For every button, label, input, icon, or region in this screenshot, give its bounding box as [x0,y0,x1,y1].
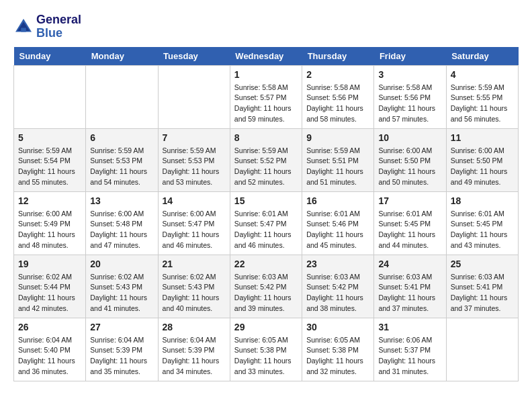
day-number: 23 [306,259,369,269]
calendar-cell: 7Sunrise: 5:59 AMSunset: 5:53 PMDaylight… [158,128,230,191]
logo: General Blue [13,13,81,40]
day-info: Sunrise: 6:05 AMSunset: 5:38 PMDaylight:… [234,335,298,377]
day-info: Sunrise: 5:58 AMSunset: 5:56 PMDaylight:… [378,83,441,125]
day-info: Sunrise: 6:02 AMSunset: 5:43 PMDaylight:… [163,272,226,314]
weekday-header-sunday: Sunday [14,47,86,66]
calendar-cell: 26Sunrise: 6:04 AMSunset: 5:40 PMDayligh… [14,318,86,381]
day-number: 8 [234,132,298,143]
weekday-header-saturday: Saturday [446,47,518,66]
day-info: Sunrise: 5:59 AMSunset: 5:55 PMDaylight:… [451,83,514,125]
day-number: 22 [234,259,298,269]
day-number: 15 [234,195,298,206]
day-info: Sunrise: 5:59 AMSunset: 5:53 PMDaylight:… [163,146,226,188]
calendar-cell: 27Sunrise: 6:04 AMSunset: 5:39 PMDayligh… [86,318,158,381]
day-info: Sunrise: 6:04 AMSunset: 5:40 PMDaylight:… [18,335,81,377]
day-info: Sunrise: 6:05 AMSunset: 5:38 PMDaylight:… [306,335,369,377]
day-number: 17 [378,195,441,206]
calendar-cell: 9Sunrise: 5:59 AMSunset: 5:51 PMDaylight… [302,128,374,191]
day-info: Sunrise: 6:02 AMSunset: 5:43 PMDaylight:… [90,272,153,314]
page-header: General Blue [13,13,519,40]
weekday-header-wednesday: Wednesday [230,47,302,66]
day-info: Sunrise: 6:00 AMSunset: 5:50 PMDaylight:… [451,146,514,188]
svg-rect-2 [21,28,26,32]
calendar-cell: 19Sunrise: 6:02 AMSunset: 5:44 PMDayligh… [14,255,86,318]
day-info: Sunrise: 5:58 AMSunset: 5:57 PMDaylight:… [234,83,298,125]
day-number: 13 [90,195,153,206]
day-number: 25 [451,259,514,269]
day-info: Sunrise: 6:04 AMSunset: 5:39 PMDaylight:… [163,335,226,377]
weekday-header-row: SundayMondayTuesdayWednesdayThursdayFrid… [14,47,519,66]
day-number: 28 [163,322,226,332]
logo-icon [13,17,34,37]
calendar-cell: 6Sunrise: 5:59 AMSunset: 5:53 PMDaylight… [86,128,158,191]
day-info: Sunrise: 6:03 AMSunset: 5:42 PMDaylight:… [306,272,369,314]
day-info: Sunrise: 6:01 AMSunset: 5:46 PMDaylight:… [306,209,369,251]
calendar-cell: 25Sunrise: 6:03 AMSunset: 5:41 PMDayligh… [446,255,518,318]
day-number: 9 [306,132,369,143]
calendar-cell: 28Sunrise: 6:04 AMSunset: 5:39 PMDayligh… [158,318,230,381]
day-info: Sunrise: 6:01 AMSunset: 5:45 PMDaylight:… [378,209,441,251]
calendar-cell: 10Sunrise: 6:00 AMSunset: 5:50 PMDayligh… [374,128,446,191]
day-number: 29 [234,322,298,332]
day-number: 18 [451,195,514,206]
day-number: 14 [163,195,226,206]
calendar-cell: 2Sunrise: 5:58 AMSunset: 5:56 PMDaylight… [302,65,374,128]
calendar-cell: 16Sunrise: 6:01 AMSunset: 5:46 PMDayligh… [302,191,374,255]
calendar-cell: 11Sunrise: 6:00 AMSunset: 5:50 PMDayligh… [446,128,518,191]
day-number: 12 [18,195,81,206]
calendar-cell: 13Sunrise: 6:00 AMSunset: 5:48 PMDayligh… [86,191,158,255]
weekday-header-tuesday: Tuesday [158,47,230,66]
calendar-cell: 3Sunrise: 5:58 AMSunset: 5:56 PMDaylight… [374,65,446,128]
day-info: Sunrise: 6:00 AMSunset: 5:48 PMDaylight:… [90,209,153,251]
day-info: Sunrise: 5:58 AMSunset: 5:56 PMDaylight:… [306,83,369,125]
day-info: Sunrise: 6:03 AMSunset: 5:41 PMDaylight:… [378,272,441,314]
calendar-cell: 31Sunrise: 6:06 AMSunset: 5:37 PMDayligh… [374,318,446,381]
calendar-cell: 24Sunrise: 6:03 AMSunset: 5:41 PMDayligh… [374,255,446,318]
day-number: 24 [378,259,441,269]
calendar-cell [14,65,86,128]
day-number: 6 [90,132,153,143]
calendar-table: SundayMondayTuesdayWednesdayThursdayFrid… [13,47,519,381]
calendar-cell: 18Sunrise: 6:01 AMSunset: 5:45 PMDayligh… [446,191,518,255]
weekday-header-monday: Monday [86,47,158,66]
day-number: 31 [378,322,441,332]
day-number: 7 [163,132,226,143]
day-number: 27 [90,322,153,332]
day-info: Sunrise: 6:06 AMSunset: 5:37 PMDaylight:… [378,335,441,377]
week-row-2: 5Sunrise: 5:59 AMSunset: 5:54 PMDaylight… [14,128,519,191]
calendar-cell: 22Sunrise: 6:03 AMSunset: 5:42 PMDayligh… [230,255,302,318]
calendar-cell: 8Sunrise: 5:59 AMSunset: 5:52 PMDaylight… [230,128,302,191]
weekday-header-friday: Friday [374,47,446,66]
day-number: 16 [306,195,369,206]
day-info: Sunrise: 5:59 AMSunset: 5:54 PMDaylight:… [18,146,81,188]
day-number: 26 [18,322,81,332]
day-info: Sunrise: 6:01 AMSunset: 5:45 PMDaylight:… [451,209,514,251]
day-number: 21 [163,259,226,269]
day-info: Sunrise: 5:59 AMSunset: 5:53 PMDaylight:… [90,146,153,188]
day-info: Sunrise: 6:03 AMSunset: 5:41 PMDaylight:… [451,272,514,314]
day-number: 30 [306,322,369,332]
calendar-cell [446,318,518,381]
weekday-header-thursday: Thursday [302,47,374,66]
day-number: 3 [378,69,441,80]
day-info: Sunrise: 6:02 AMSunset: 5:44 PMDaylight:… [18,272,81,314]
calendar-cell: 5Sunrise: 5:59 AMSunset: 5:54 PMDaylight… [14,128,86,191]
calendar-cell: 29Sunrise: 6:05 AMSunset: 5:38 PMDayligh… [230,318,302,381]
week-row-5: 26Sunrise: 6:04 AMSunset: 5:40 PMDayligh… [14,318,519,381]
day-info: Sunrise: 6:00 AMSunset: 5:49 PMDaylight:… [18,209,81,251]
day-info: Sunrise: 6:00 AMSunset: 5:50 PMDaylight:… [378,146,441,188]
calendar-cell: 17Sunrise: 6:01 AMSunset: 5:45 PMDayligh… [374,191,446,255]
day-number: 19 [18,259,81,269]
calendar-cell: 30Sunrise: 6:05 AMSunset: 5:38 PMDayligh… [302,318,374,381]
calendar-cell [86,65,158,128]
week-row-3: 12Sunrise: 6:00 AMSunset: 5:49 PMDayligh… [14,191,519,255]
day-number: 4 [451,69,514,80]
week-row-1: 1Sunrise: 5:58 AMSunset: 5:57 PMDaylight… [14,65,519,128]
day-info: Sunrise: 6:00 AMSunset: 5:47 PMDaylight:… [163,209,226,251]
calendar-cell: 15Sunrise: 6:01 AMSunset: 5:47 PMDayligh… [230,191,302,255]
day-info: Sunrise: 5:59 AMSunset: 5:52 PMDaylight:… [234,146,298,188]
day-number: 5 [18,132,81,143]
calendar-cell: 1Sunrise: 5:58 AMSunset: 5:57 PMDaylight… [230,65,302,128]
day-info: Sunrise: 6:04 AMSunset: 5:39 PMDaylight:… [90,335,153,377]
calendar-cell: 14Sunrise: 6:00 AMSunset: 5:47 PMDayligh… [158,191,230,255]
